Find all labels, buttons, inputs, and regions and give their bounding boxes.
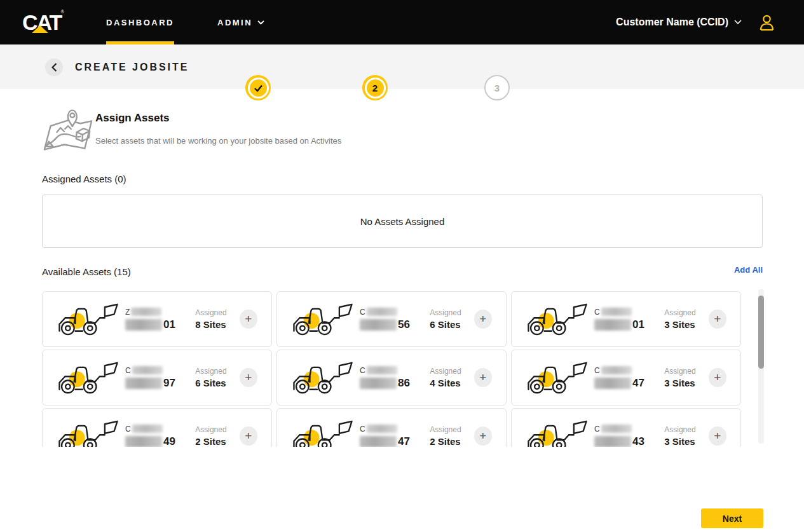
person-icon[interactable] xyxy=(758,14,775,31)
section-subtitle: Select assets that will be working on yo… xyxy=(95,136,341,146)
asset-serial-suffix: 43 xyxy=(632,435,644,447)
add-all-link[interactable]: Add All xyxy=(734,265,763,275)
sites-count: 2 Sites xyxy=(195,436,240,447)
asset-name-prefix: C xyxy=(360,366,365,375)
asset-name: Z 01 xyxy=(125,308,182,331)
stepper-step-1-completed[interactable] xyxy=(245,75,271,100)
no-assets-text: No Assets Assigned xyxy=(360,216,445,227)
chevron-down-icon xyxy=(257,20,264,25)
asset-serial-suffix: 01 xyxy=(163,318,175,331)
scrollbar-track[interactable] xyxy=(758,289,764,444)
assigned-caption: Assigned xyxy=(430,308,474,317)
add-asset-button[interactable]: + xyxy=(240,310,257,329)
redacted-asset-name xyxy=(367,425,397,433)
redacted-asset-serial xyxy=(125,436,162,447)
asset-card: C 86 Assigned 4 Sites + xyxy=(276,350,507,406)
top-nav: CAT ® DASHBOARD ADMIN Customer Name (CCI… xyxy=(0,0,804,44)
registered-mark: ® xyxy=(61,10,64,14)
asset-name: C 86 xyxy=(360,366,417,390)
step-3-label: 3 xyxy=(494,83,500,93)
add-asset-button[interactable]: + xyxy=(709,426,726,446)
wheel-loader-icon xyxy=(57,419,120,447)
nav-item-dashboard-label: DASHBOARD xyxy=(106,18,174,27)
assigned-sites: Assigned 3 Sites xyxy=(664,308,709,330)
asset-card: Z 01 Assigned 8 Sites + xyxy=(42,291,272,347)
nav-item-admin[interactable]: ADMIN xyxy=(217,0,264,44)
nav-item-admin-label: ADMIN xyxy=(217,18,252,27)
sites-count: 3 Sites xyxy=(664,436,709,447)
scrollbar-thumb[interactable] xyxy=(758,296,764,369)
asset-card: C 01 Assigned 3 Sites + xyxy=(511,291,741,347)
wheel-loader-icon xyxy=(526,303,589,336)
sites-count: 6 Sites xyxy=(430,319,474,330)
add-asset-button[interactable]: + xyxy=(240,368,257,387)
customer-selector[interactable]: Customer Name (CCID) xyxy=(616,17,742,28)
redacted-asset-name xyxy=(132,366,163,374)
asset-card: C 43 Assigned 3 Sites + xyxy=(511,408,741,447)
redacted-asset-serial xyxy=(125,378,162,389)
sites-count: 2 Sites xyxy=(430,436,474,447)
sites-count: 4 Sites xyxy=(430,378,474,388)
next-button[interactable]: Next xyxy=(701,508,763,528)
assigned-sites: Assigned 3 Sites xyxy=(664,425,709,447)
add-asset-button[interactable]: + xyxy=(709,368,726,387)
asset-card: C 49 Assigned 2 Sites + xyxy=(42,408,272,447)
redacted-asset-serial xyxy=(360,378,397,389)
asset-serial-suffix: 86 xyxy=(398,377,410,390)
redacted-asset-serial xyxy=(594,319,631,331)
step-2-label: 2 xyxy=(372,83,378,93)
create-jobsite-page: CAT ® DASHBOARD ADMIN Customer Name (CCI… xyxy=(0,0,804,532)
wheel-loader-icon xyxy=(291,303,355,336)
redacted-asset-serial xyxy=(594,436,631,447)
add-asset-button[interactable]: + xyxy=(709,310,726,329)
wheel-loader-icon xyxy=(526,419,589,447)
asset-serial-suffix: 97 xyxy=(163,377,175,390)
cat-logo-triangle xyxy=(32,25,48,33)
nav-item-dashboard[interactable]: DASHBOARD xyxy=(106,0,174,44)
asset-serial-suffix: 56 xyxy=(398,318,410,331)
wheel-loader-icon xyxy=(526,361,589,394)
assigned-sites: Assigned 6 Sites xyxy=(430,308,474,330)
assigned-sites: Assigned 2 Sites xyxy=(430,425,474,447)
back-button[interactable] xyxy=(45,58,63,76)
asset-name: C 47 xyxy=(360,425,417,447)
redacted-asset-name xyxy=(367,308,397,316)
asset-card: C 47 Assigned 2 Sites + xyxy=(276,408,507,447)
stepper-step-2-active[interactable]: 2 xyxy=(362,75,388,100)
asset-card: C 47 Assigned 3 Sites + xyxy=(511,350,741,406)
add-asset-button[interactable]: + xyxy=(474,426,492,446)
assigned-caption: Assigned xyxy=(664,367,709,376)
chevron-left-icon xyxy=(51,63,57,72)
assigned-caption: Assigned xyxy=(430,367,474,376)
redacted-asset-name xyxy=(601,425,632,433)
redacted-asset-serial xyxy=(594,378,631,389)
redacted-asset-name xyxy=(131,308,161,316)
asset-name-prefix: C xyxy=(594,308,600,317)
redacted-asset-serial xyxy=(360,319,397,331)
assigned-caption: Assigned xyxy=(664,308,709,317)
asset-name-prefix: C xyxy=(360,308,365,317)
assigned-assets-empty-panel: No Assets Assigned xyxy=(42,194,763,248)
asset-name-prefix: C xyxy=(125,425,131,433)
asset-name: C 56 xyxy=(360,308,417,331)
available-assets-list: Z 01 Assigned 8 Sites + xyxy=(42,289,744,447)
asset-name-prefix: C xyxy=(594,366,600,375)
assigned-caption: Assigned xyxy=(195,425,240,434)
asset-serial-suffix: 01 xyxy=(632,318,644,331)
cat-logo-icon[interactable]: CAT ® xyxy=(22,8,63,36)
asset-name-prefix: C xyxy=(360,425,365,433)
add-asset-button[interactable]: + xyxy=(240,426,257,446)
sites-count: 8 Sites xyxy=(195,319,240,330)
asset-card: C 56 Assigned 6 Sites + xyxy=(276,291,507,347)
redacted-asset-serial xyxy=(125,319,162,331)
redacted-asset-serial xyxy=(360,436,397,447)
stepper-step-3-upcoming[interactable]: 3 xyxy=(484,75,510,100)
add-asset-button[interactable]: + xyxy=(474,310,492,329)
redacted-asset-name xyxy=(132,425,163,433)
add-asset-button[interactable]: + xyxy=(474,368,492,387)
asset-serial-suffix: 49 xyxy=(163,435,175,447)
asset-serial-suffix: 47 xyxy=(398,435,410,447)
assigned-assets-label: Assigned Assets (0) xyxy=(42,174,126,184)
assigned-caption: Assigned xyxy=(195,367,240,376)
asset-name: C 49 xyxy=(125,425,182,447)
